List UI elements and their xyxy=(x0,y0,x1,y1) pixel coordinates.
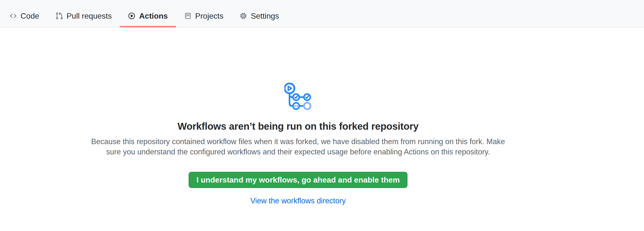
blankslate-description-line-2: sure you understand the configured workf… xyxy=(0,147,596,157)
workflow-graph-icon xyxy=(284,83,312,110)
view-workflows-directory-link[interactable]: View the workflows directory xyxy=(250,196,346,205)
blankslate-description: Because this repository contained workfl… xyxy=(0,137,596,157)
blankslate-heading: Workflows aren’t being run on this forke… xyxy=(0,120,596,132)
enable-workflows-button[interactable]: I understand my workflows, go ahead and … xyxy=(188,172,408,188)
blankslate-description-line-1: Because this repository contained workfl… xyxy=(0,137,596,147)
actions-disabled-blankslate: Workflows aren’t being run on this forke… xyxy=(0,0,596,231)
blankslate-link-row: View the workflows directory xyxy=(0,196,596,206)
